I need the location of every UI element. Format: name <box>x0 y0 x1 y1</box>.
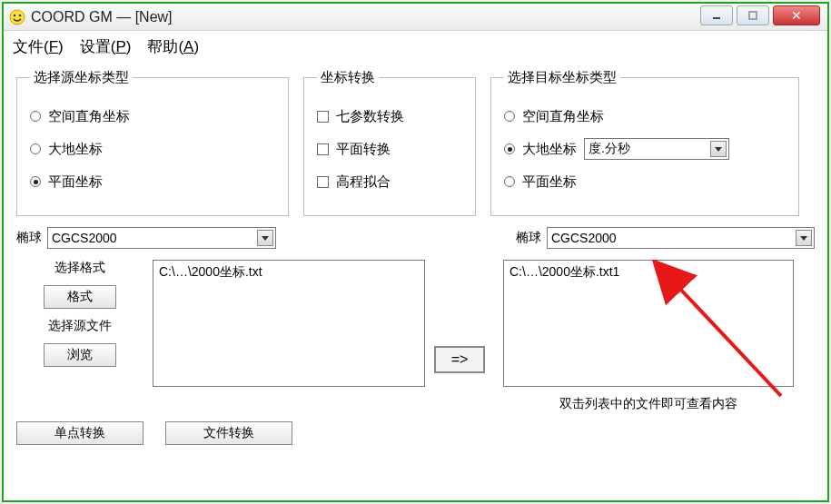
radio-icon <box>30 143 41 154</box>
browse-button[interactable]: 浏览 <box>44 343 116 367</box>
menu-file[interactable]: 文件(F) <box>13 36 64 57</box>
transform-group: 坐标转换 七参数转换 平面转换 高程拟合 <box>303 69 476 216</box>
option-label: 平面坐标 <box>522 173 577 191</box>
svg-rect-4 <box>749 12 757 19</box>
option-label: 大地坐标 <box>522 141 577 158</box>
target-opt-geodetic[interactable]: 大地坐标 度.分秒 <box>504 137 786 161</box>
select-value: 度.分秒 <box>589 141 630 157</box>
option-label: 空间直角坐标 <box>522 108 604 125</box>
window-title: COORD GM — [New] <box>31 9 173 25</box>
list-item[interactable]: C:\…\2000坐标.txt <box>159 264 419 281</box>
source-ellipsoid-select[interactable]: CGCS2000 <box>47 227 276 249</box>
checkbox-icon <box>317 176 329 188</box>
source-opt-spatial[interactable]: 空间直角坐标 <box>30 104 275 128</box>
chk-seven-param[interactable]: 七参数转换 <box>317 104 462 128</box>
chk-elevation[interactable]: 高程拟合 <box>317 170 462 193</box>
source-file-list[interactable]: C:\…\2000坐标.txt <box>153 260 425 387</box>
target-opt-spatial[interactable]: 空间直角坐标 <box>504 104 786 128</box>
chk-plane[interactable]: 平面转换 <box>317 137 462 161</box>
list-item[interactable]: C:\…\2000坐标.txt1 <box>509 264 787 281</box>
hint-text: 双击列表中的文件即可查看内容 <box>503 396 794 412</box>
svg-point-1 <box>14 14 16 16</box>
option-label: 空间直角坐标 <box>48 108 130 125</box>
radio-icon <box>30 176 41 187</box>
svg-point-0 <box>10 10 25 25</box>
single-convert-button[interactable]: 单点转换 <box>16 421 143 445</box>
target-opt-plane[interactable]: 平面坐标 <box>504 170 786 193</box>
checkbox-icon <box>317 111 329 123</box>
source-coord-group: 选择源坐标类型 空间直角坐标 大地坐标 平面坐标 <box>16 69 289 216</box>
checkbox-icon <box>317 143 329 155</box>
option-label: 平面转换 <box>336 141 391 158</box>
convert-arrow-button[interactable]: => <box>434 346 485 373</box>
target-coord-group: 选择目标坐标类型 空间直角坐标 大地坐标 度.分秒 平面坐标 <box>490 69 799 216</box>
menu-help[interactable]: 帮助(A) <box>147 36 199 57</box>
radio-icon <box>504 176 515 187</box>
chevron-down-icon <box>796 230 812 246</box>
format-label: 选择格式 <box>16 260 143 276</box>
menu-settings[interactable]: 设置(P) <box>80 36 132 57</box>
select-value: CGCS2000 <box>52 231 117 245</box>
option-label: 大地坐标 <box>48 141 103 158</box>
file-convert-button[interactable]: 文件转换 <box>165 421 292 445</box>
close-button[interactable]: ✕ <box>773 5 820 25</box>
target-format-select[interactable]: 度.分秒 <box>584 138 729 160</box>
source-opt-geodetic[interactable]: 大地坐标 <box>30 137 275 161</box>
svg-point-2 <box>19 14 22 16</box>
target-coord-legend: 选择目标坐标类型 <box>504 69 620 86</box>
option-label: 高程拟合 <box>336 173 391 191</box>
chevron-down-icon <box>257 230 273 246</box>
radio-icon <box>504 111 515 122</box>
option-label: 平面坐标 <box>48 173 103 191</box>
target-file-list[interactable]: C:\…\2000坐标.txt1 <box>503 260 794 387</box>
source-coord-legend: 选择源坐标类型 <box>30 69 133 86</box>
radio-icon <box>30 111 41 122</box>
option-label: 七参数转换 <box>336 108 404 125</box>
maximize-button[interactable] <box>737 5 769 25</box>
source-file-label: 选择源文件 <box>16 318 143 334</box>
titlebar: COORD GM — [New] ✕ <box>4 4 827 31</box>
menubar: 文件(F) 设置(P) 帮助(A) <box>4 31 827 62</box>
source-opt-plane[interactable]: 平面坐标 <box>30 170 275 193</box>
transform-legend: 坐标转换 <box>317 69 379 86</box>
select-value: CGCS2000 <box>551 231 617 245</box>
target-ellipsoid-label: 椭球 <box>516 230 541 246</box>
minimize-button[interactable] <box>700 5 733 25</box>
format-button[interactable]: 格式 <box>44 285 116 309</box>
source-ellipsoid-label: 椭球 <box>16 230 42 246</box>
app-icon <box>9 9 25 25</box>
chevron-down-icon <box>710 141 727 157</box>
radio-icon <box>504 143 515 154</box>
target-ellipsoid-select[interactable]: CGCS2000 <box>547 227 815 249</box>
